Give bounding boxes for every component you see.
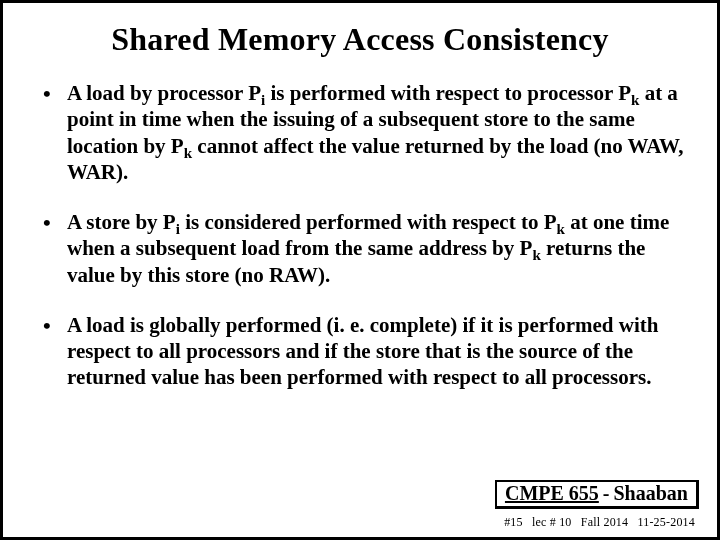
slide-title: Shared Memory Access Consistency	[31, 21, 689, 58]
footer-box: CMPE 655 - Shaaban	[495, 480, 699, 509]
lecture-number: lec # 10	[532, 515, 572, 529]
slide-meta: #15 lec # 10 Fall 2014 11-25-2014	[498, 515, 695, 530]
course-code: CMPE 655	[505, 482, 599, 504]
bullet-item: A load by processor Pi is performed with…	[43, 80, 687, 185]
slide-container: Shared Memory Access Consistency A load …	[0, 0, 720, 540]
slide-date: 11-25-2014	[637, 515, 695, 529]
footer-dash: -	[603, 482, 610, 504]
author-name: Shaaban	[614, 482, 689, 504]
slide-number: #15	[504, 515, 523, 529]
bullet-item: A load is globally performed (i. e. comp…	[43, 312, 687, 391]
term-label: Fall 2014	[581, 515, 628, 529]
bullet-item: A store by Pi is considered performed wi…	[43, 209, 687, 288]
bullet-list: A load by processor Pi is performed with…	[31, 80, 689, 391]
